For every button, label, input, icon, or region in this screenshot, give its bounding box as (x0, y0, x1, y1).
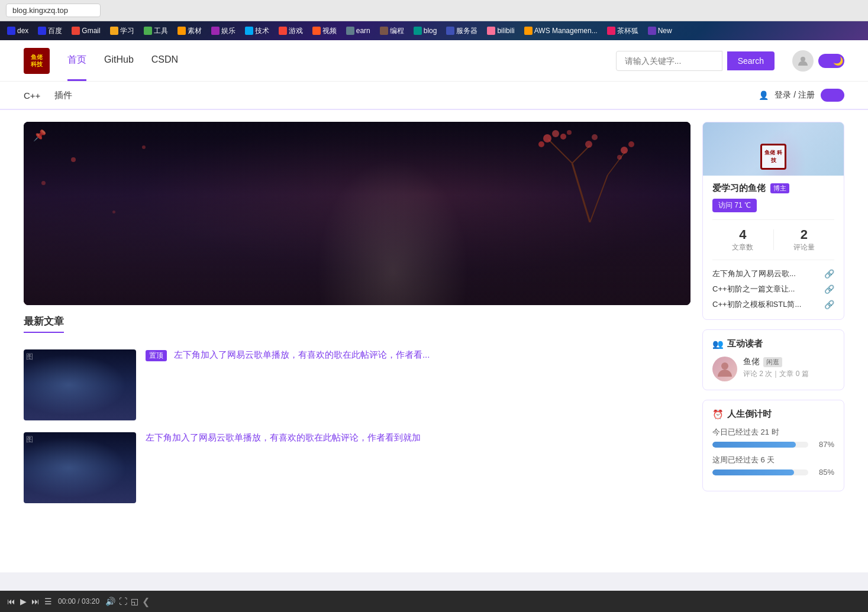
reader-info: 鱼佬 闲逛 评论 2 次｜文章 0 篇 (743, 357, 834, 379)
avatar-area (792, 50, 844, 72)
article-title[interactable]: 左下角加入了网易云歌单播放，有喜欢的歌在此帖评论，作者看... (174, 349, 430, 360)
bookmark-item[interactable]: AWS Managemen... (521, 25, 601, 36)
countdown-label: 这周已经过去 6 天 (712, 455, 834, 465)
bookmark-item[interactable]: 服务器 (443, 25, 481, 37)
progress-pct: 85% (813, 468, 834, 477)
svg-point-14 (560, 134, 566, 140)
search-button[interactable]: Search (727, 51, 775, 70)
article-thumbnail: 图 (24, 432, 136, 503)
nav-link-CSDN[interactable]: CSDN (151, 41, 178, 80)
svg-point-7 (552, 130, 559, 137)
sub-nav-link-C++[interactable]: C++ (24, 90, 40, 101)
link-icon: 🔗 (824, 284, 834, 294)
bookmark-item[interactable]: 学习 (107, 25, 138, 37)
stat-articles: 4 文章数 (712, 227, 773, 252)
bookmark-item[interactable]: Gmail (68, 25, 104, 36)
svg-point-10 (592, 134, 598, 140)
comment-count-label: 评论量 (774, 242, 835, 252)
profile-stats: 4 文章数 2 评论量 (712, 219, 834, 252)
article-count-label: 文章数 (712, 242, 773, 252)
countdown-items: 今日已经过去 21 时 87% 这周已经过去 6 天 85% (712, 427, 834, 477)
bookmark-item[interactable]: New (644, 25, 676, 36)
top-nav: 鱼佬科技 首页GitHubCSDN Search (0, 40, 868, 82)
recent-link-item[interactable]: C++初阶之一篇文章让... 🔗 (712, 281, 834, 297)
bookmark-item[interactable]: 素材 (174, 25, 205, 37)
bookmark-item[interactable]: dex (4, 25, 32, 36)
article-thumbnail: 图 (24, 349, 136, 420)
sub-nav-link-插件[interactable]: 插件 (54, 90, 72, 101)
svg-line-3 (572, 145, 590, 163)
bookmark-item[interactable]: 茶杯狐 (604, 25, 642, 37)
profile-name-row: 爱学习的鱼佬 博主 (712, 183, 834, 194)
article-info: 置顶 左下角加入了网易云歌单播放，有喜欢的歌在此帖评论，作者看... (146, 349, 690, 361)
profile-name: 爱学习的鱼佬 (712, 183, 766, 194)
comment-count: 2 (774, 227, 835, 242)
logo-area: 鱼佬科技 (24, 48, 50, 74)
progress-bar-bg (712, 469, 808, 475)
bookmark-item[interactable]: earn (343, 25, 374, 36)
sub-nav-left: C++插件 (24, 90, 72, 101)
bookmark-item[interactable]: 工具 (140, 25, 172, 37)
search-area: Search (616, 51, 775, 71)
article-title[interactable]: 左下角加入了网易云歌单播放，有喜欢的歌在此帖评论，作者看到就加 (146, 432, 421, 442)
bookmark-item[interactable]: 编程 (376, 25, 408, 37)
readers-title: 👥 互动读者 (712, 338, 834, 349)
profile-body: 爱学习的鱼佬 博主 访问 71 ℃ 4 文章数 2 (703, 176, 844, 319)
stat-comments: 2 评论量 (774, 227, 835, 252)
article-badge: 置顶 (146, 350, 167, 361)
recent-link-text: C++初阶之模板和STL简... (712, 299, 801, 310)
bookmark-bar: dex百度Gmail学习工具素材娱乐技术游戏视频earn编程blog服务器bil… (0, 21, 868, 40)
bookmark-item[interactable]: 百度 (34, 25, 66, 37)
browser-url[interactable]: blog.kingxzq.top (6, 4, 101, 17)
center-content: 📌 最新文章 图 置顶 左下角加入了网易云歌单播放，有喜欢的歌在此帖评论，作者看… (24, 122, 690, 515)
recent-link-text: 左下角加入了网易云歌... (712, 268, 796, 279)
recent-link-item[interactable]: 左下角加入了网易云歌... 🔗 (712, 266, 834, 281)
bookmark-item[interactable]: 视频 (309, 25, 340, 37)
login-button[interactable]: 登录 / 注册 (775, 90, 815, 101)
svg-point-9 (585, 141, 592, 148)
hero-image: 📌 (24, 122, 690, 305)
pin-icon: 📌 (33, 129, 46, 142)
svg-line-1 (572, 163, 590, 222)
recent-link-text: C++初阶之一篇文章让... (712, 284, 795, 294)
bookmark-item[interactable]: 娱乐 (208, 25, 239, 37)
nav-link-首页[interactable]: 首页 (67, 41, 86, 81)
reader-stats: 评论 2 次｜文章 0 篇 (743, 369, 834, 379)
section-title: 最新文章 (24, 315, 64, 333)
sub-toggle[interactable] (821, 89, 844, 102)
profile-stamp: 鱼佬 科技 (760, 144, 786, 170)
reader-name: 鱼佬 (743, 357, 760, 367)
svg-point-0 (801, 57, 805, 61)
user-icon: 👤 (759, 90, 769, 100)
bookmark-item[interactable]: 游戏 (275, 25, 306, 37)
nav-link-GitHub[interactable]: GitHub (104, 41, 134, 80)
svg-point-12 (628, 141, 634, 147)
site-wrapper: 鱼佬科技 首页GitHubCSDN Search C++插件 👤 登录 / 注册 (0, 40, 868, 572)
article-card: 图 置顶 左下角加入了网易云歌单播放，有喜欢的歌在此帖评论，作者看... (24, 349, 690, 420)
progress-bar-fill (712, 442, 796, 448)
bookmark-item[interactable]: blog (410, 25, 441, 36)
thumb-label: 图 (26, 435, 33, 445)
site-logo[interactable]: 鱼佬科技 (24, 48, 50, 74)
link-icon: 🔗 (824, 300, 834, 309)
bookmark-item[interactable]: 技术 (241, 25, 273, 37)
user-avatar (792, 50, 814, 72)
countdown-item: 今日已经过去 21 时 87% (712, 427, 834, 449)
recent-link-item[interactable]: C++初阶之模板和STL简... 🔗 (712, 297, 834, 312)
svg-point-15 (567, 130, 572, 135)
svg-line-5 (608, 151, 625, 175)
bookmark-item[interactable]: bilibili (483, 25, 518, 36)
visit-badge: 访问 71 ℃ (712, 199, 757, 212)
reader-item: 鱼佬 闲逛 评论 2 次｜文章 0 篇 (712, 357, 834, 381)
countdown-icon: ⏰ (712, 409, 724, 420)
dark-mode-toggle[interactable] (818, 54, 844, 68)
article-info: 左下角加入了网易云歌单播放，有喜欢的歌在此帖评论，作者看到就加 (146, 432, 690, 443)
sub-nav: C++插件 👤 登录 / 注册 (0, 82, 868, 110)
svg-line-2 (548, 140, 572, 163)
recent-links: 左下角加入了网易云歌... 🔗 C++初阶之一篇文章让... 🔗 C++初阶之模… (712, 260, 834, 312)
thumb-figure (24, 349, 136, 420)
profile-cover: 鱼佬 科技 (703, 122, 844, 176)
browser-bar: blog.kingxzq.top (0, 0, 868, 21)
reader-avatar (712, 357, 737, 381)
search-input[interactable] (616, 51, 722, 71)
